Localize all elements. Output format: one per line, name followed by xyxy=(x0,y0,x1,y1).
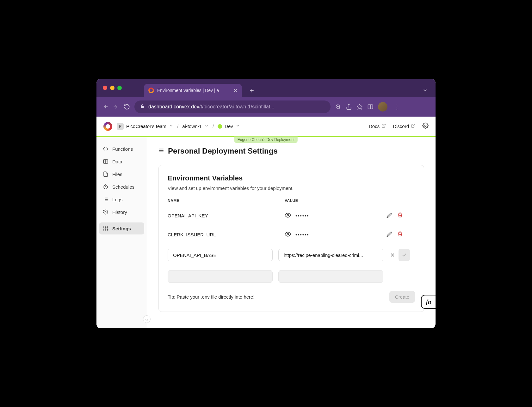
team-name: PicoCreator's team xyxy=(126,124,166,129)
empty-env-row xyxy=(168,266,415,287)
svg-marker-6 xyxy=(357,104,362,109)
tip-text: Tip: Paste your .env file directly into … xyxy=(168,294,255,300)
card-title: Environment Variables xyxy=(168,174,415,182)
gear-icon[interactable] xyxy=(422,123,429,130)
table-row: OPENAI_API_KEY •••••• xyxy=(168,206,415,225)
trash-icon[interactable] xyxy=(397,212,403,219)
file-icon xyxy=(103,171,108,177)
hamburger-icon[interactable] xyxy=(158,148,164,155)
sliders-icon xyxy=(103,226,108,231)
sidebar-item-data[interactable]: Data xyxy=(99,155,144,167)
column-header-value: VALUE xyxy=(278,198,387,203)
env-var-name: CLERK_ISSUER_URL xyxy=(168,232,278,237)
discord-link[interactable]: Discord xyxy=(393,124,415,129)
chevron-down-icon xyxy=(236,124,240,129)
share-icon[interactable] xyxy=(346,104,352,110)
header-right: Docs Discord xyxy=(369,123,429,130)
eye-icon[interactable] xyxy=(285,231,291,238)
page-title: Personal Deployment Settings xyxy=(168,147,278,155)
env-var-name: OPENAI_API_KEY xyxy=(168,213,278,218)
create-button[interactable]: Create xyxy=(389,291,415,303)
trash-icon[interactable] xyxy=(397,231,403,238)
breadcrumb: P PicoCreator's team / ai-town-1 / Dev xyxy=(117,123,240,130)
chevron-down-icon xyxy=(169,124,173,129)
profile-avatar[interactable] xyxy=(378,102,387,112)
sidebar-item-history[interactable]: History xyxy=(99,206,144,218)
sidebar-item-label: Functions xyxy=(112,146,133,152)
main-content: Personal Deployment Settings Environment… xyxy=(147,137,436,328)
tip-row: Tip: Paste your .env file directly into … xyxy=(168,291,415,303)
sidebar-item-logs[interactable]: Logs xyxy=(99,193,144,205)
address-bar[interactable]: dashboard.convex.dev/t/picocreator/ai-to… xyxy=(134,100,331,113)
team-selector[interactable]: P PicoCreator's team xyxy=(117,123,173,130)
env-label: Dev xyxy=(225,124,233,129)
env-status-dot xyxy=(218,124,222,129)
env-name-input-empty[interactable] xyxy=(168,270,273,283)
sidebar-item-label: Logs xyxy=(112,197,123,202)
edit-icon[interactable] xyxy=(387,212,392,219)
fn-badge[interactable]: fn xyxy=(421,295,436,309)
history-icon xyxy=(103,209,108,215)
external-link-icon xyxy=(411,124,415,129)
app-logo[interactable] xyxy=(103,122,112,131)
table-row: CLERK_ISSUER_URL •••••• xyxy=(168,225,415,244)
chevron-down-icon xyxy=(204,124,209,129)
page-title-row: Personal Deployment Settings xyxy=(158,147,424,155)
back-button[interactable] xyxy=(102,104,108,110)
sidebar: Functions Data Files Schedules xyxy=(96,137,147,328)
sidebar-item-label: History xyxy=(112,210,127,215)
env-name-input[interactable] xyxy=(168,249,273,261)
env-var-value: •••••• xyxy=(295,232,309,237)
edit-icon[interactable] xyxy=(387,231,392,238)
new-env-row xyxy=(168,244,415,266)
tab-close-icon[interactable]: ✕ xyxy=(233,88,238,94)
code-icon xyxy=(103,146,108,152)
new-tab-button[interactable]: ＋ xyxy=(248,86,255,95)
table-header: NAME VALUE xyxy=(168,198,415,206)
url-text: dashboard.convex.dev/t/picocreator/ai-to… xyxy=(148,104,325,110)
nav-bar: dashboard.convex.dev/t/picocreator/ai-to… xyxy=(96,97,436,117)
breadcrumb-separator: / xyxy=(177,124,178,129)
bookmark-icon[interactable] xyxy=(356,104,363,110)
svg-point-37 xyxy=(287,234,289,235)
sidebar-item-label: Schedules xyxy=(112,184,134,190)
panel-icon[interactable] xyxy=(367,104,374,110)
sidebar-item-functions[interactable]: Functions xyxy=(99,143,144,155)
close-window-button[interactable] xyxy=(103,86,107,90)
breadcrumb-separator: / xyxy=(213,124,214,129)
cancel-icon[interactable] xyxy=(389,252,396,258)
project-selector[interactable]: ai-town-1 xyxy=(182,124,209,129)
maximize-window-button[interactable] xyxy=(117,86,122,90)
minimize-window-button[interactable] xyxy=(110,86,114,90)
stopwatch-icon xyxy=(103,184,108,190)
svg-point-36 xyxy=(287,215,289,216)
browser-chrome: Environment Variables | Dev | a ✕ ＋ xyxy=(96,79,436,117)
browser-menu-icon[interactable]: ⋮ xyxy=(394,103,400,111)
tab-title: Environment Variables | Dev | a xyxy=(157,88,230,93)
table-icon xyxy=(103,159,108,164)
deployment-badge: Eugene Cheah's Dev Deployment xyxy=(234,137,298,143)
browser-tab[interactable]: Environment Variables | Dev | a ✕ xyxy=(144,84,242,97)
sidebar-item-label: Data xyxy=(112,159,122,164)
confirm-button[interactable] xyxy=(399,249,410,261)
sidebar-item-label: Settings xyxy=(112,226,131,231)
env-value-input-empty[interactable] xyxy=(278,270,383,283)
svg-line-9 xyxy=(383,124,385,126)
list-icon xyxy=(103,197,108,202)
reload-button[interactable] xyxy=(124,104,130,110)
docs-link[interactable]: Docs xyxy=(369,124,386,129)
browser-window: Environment Variables | Dev | a ✕ ＋ xyxy=(96,79,436,328)
sidebar-item-files[interactable]: Files xyxy=(99,168,144,180)
env-selector[interactable]: Dev xyxy=(218,124,240,129)
sidebar-item-settings[interactable]: Settings xyxy=(99,222,144,234)
external-link-icon xyxy=(381,124,386,129)
svg-point-11 xyxy=(425,125,426,126)
forward-button[interactable] xyxy=(113,104,119,110)
sidebar-item-schedules[interactable]: Schedules xyxy=(99,181,144,193)
eye-icon[interactable] xyxy=(285,212,291,219)
column-header-name: NAME xyxy=(168,198,278,203)
svg-line-3 xyxy=(339,108,340,109)
tabs-dropdown-icon[interactable] xyxy=(423,88,428,94)
env-value-input[interactable] xyxy=(278,249,383,261)
zoom-icon[interactable] xyxy=(335,104,341,110)
